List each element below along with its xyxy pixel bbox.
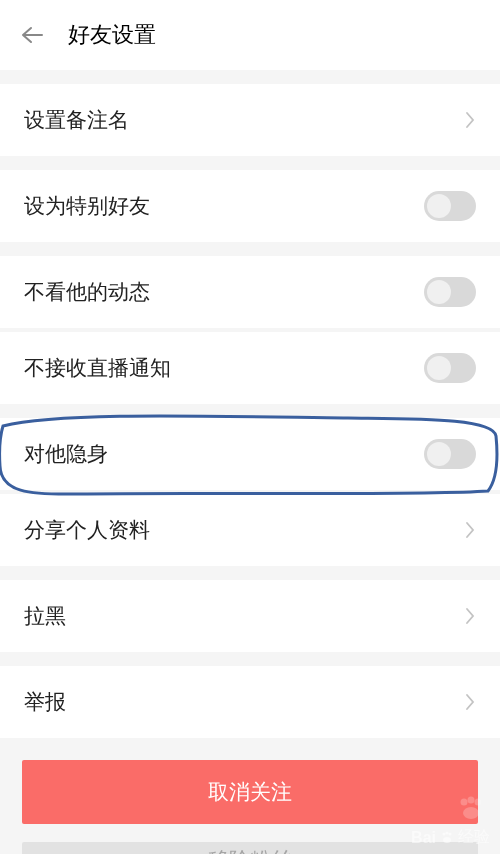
- item-label: 不看他的动态: [24, 278, 150, 306]
- item-label: 分享个人资料: [24, 516, 150, 544]
- divider: [0, 242, 500, 256]
- baidu-paw-icon: [440, 831, 454, 845]
- item-invisible[interactable]: 对他隐身: [0, 418, 500, 490]
- item-no-live[interactable]: 不接收直播通知: [0, 332, 500, 404]
- unfollow-button[interactable]: 取消关注: [22, 760, 478, 824]
- toggle-special-friend[interactable]: [424, 191, 476, 221]
- svg-point-6: [448, 832, 451, 835]
- item-share-profile[interactable]: 分享个人资料: [0, 494, 500, 566]
- item-label: 不接收直播通知: [24, 354, 171, 382]
- chevron-right-icon: [464, 606, 476, 626]
- divider: [0, 156, 500, 170]
- chevron-right-icon: [464, 520, 476, 540]
- item-block[interactable]: 拉黑: [0, 580, 500, 652]
- chevron-right-icon: [464, 110, 476, 130]
- divider: [0, 566, 500, 580]
- header: 好友设置: [0, 0, 500, 70]
- item-label: 拉黑: [24, 602, 66, 630]
- toggle-invisible[interactable]: [424, 439, 476, 469]
- back-icon[interactable]: [20, 23, 44, 47]
- svg-point-3: [463, 807, 479, 819]
- svg-point-7: [443, 837, 451, 843]
- svg-point-0: [461, 799, 468, 806]
- toggle-no-live[interactable]: [424, 353, 476, 383]
- watermark-brand: Bai: [411, 829, 436, 847]
- watermark-text: 经验: [458, 827, 490, 848]
- item-special-friend[interactable]: 设为特别好友: [0, 170, 500, 242]
- chevron-right-icon: [464, 692, 476, 712]
- divider: [0, 404, 500, 418]
- item-report[interactable]: 举报: [0, 666, 500, 738]
- divider: [0, 652, 500, 666]
- button-label: 取消关注: [208, 778, 292, 806]
- item-hide-feed[interactable]: 不看他的动态: [0, 256, 500, 328]
- svg-point-4: [442, 832, 445, 835]
- svg-point-2: [475, 799, 482, 806]
- watermark: Bai 经验: [411, 827, 490, 848]
- item-label: 设置备注名: [24, 106, 129, 134]
- item-label: 设为特别好友: [24, 192, 150, 220]
- svg-point-5: [445, 831, 448, 834]
- item-label: 对他隐身: [24, 440, 108, 468]
- page-title: 好友设置: [68, 20, 156, 50]
- svg-point-1: [468, 797, 475, 804]
- item-set-remark[interactable]: 设置备注名: [0, 84, 500, 156]
- highlighted-row: 对他隐身: [0, 418, 500, 490]
- toggle-hide-feed[interactable]: [424, 277, 476, 307]
- item-label: 举报: [24, 688, 66, 716]
- remove-fan-button[interactable]: 移除粉丝: [22, 842, 478, 854]
- paw-icon: [456, 796, 486, 826]
- divider: [0, 70, 500, 84]
- button-label: 移除粉丝: [208, 846, 292, 854]
